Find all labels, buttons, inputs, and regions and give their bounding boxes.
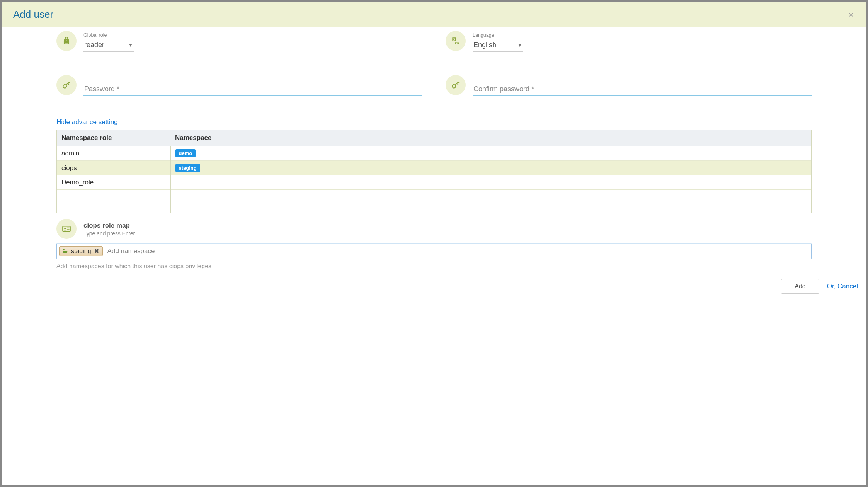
password-input[interactable] [83,83,422,96]
password-field-wrap [56,75,422,96]
add-button[interactable]: Add [781,279,819,294]
add-user-modal: Add user × Global role reader ▼ [2,2,866,485]
remove-tag-icon[interactable]: ✖ [94,248,99,255]
close-icon[interactable]: × [847,9,855,20]
modal-footer: Add Or, Cancel [2,270,866,297]
modal-header: Add user × [2,2,866,27]
language-field: Language English ▼ [446,31,812,52]
language-select[interactable]: English ▼ [473,39,523,52]
namespace-tag-label: staging [71,248,91,255]
table-row[interactable]: admin demo [57,146,811,161]
namespace-badge: demo [175,149,196,157]
svg-point-3 [64,227,66,229]
cell-role: Demo_role [57,175,170,190]
hide-advance-setting-link[interactable]: Hide advance setting [56,118,118,126]
or-text: Or, [827,283,837,290]
key-icon [56,75,77,95]
chevron-down-icon: ▼ [128,43,133,48]
add-namespace-input[interactable] [106,246,809,257]
rolemap-subtitle: Type and press Enter [83,230,135,237]
modal-body: Global role reader ▼ Language E [2,27,866,485]
rolemap-header: ciops role map Type and press Enter [56,219,812,240]
role-icon [56,31,77,51]
namespace-role-table: Namespace role Namespace admin demo ciop… [57,130,811,213]
svg-point-0 [63,85,66,88]
language-label: Language [473,32,523,38]
table-row[interactable]: Demo_role [57,175,811,190]
id-card-icon [56,219,77,239]
chevron-down-icon: ▼ [517,43,522,48]
modal-title: Add user [13,9,53,20]
col-header-namespace[interactable]: Namespace [170,130,811,146]
namespace-tag[interactable]: staging ✖ [59,246,103,256]
key-icon [446,75,466,95]
form-row-role-language: Global role reader ▼ Language E [2,31,866,63]
rolemap-helper-text: Add namespaces for which this user has c… [56,263,812,270]
folder-open-icon [62,248,68,254]
form-row-passwords [2,63,866,107]
svg-rect-5 [67,229,70,230]
global-role-value: reader [84,41,121,49]
namespace-role-table-wrap: Namespace role Namespace admin demo ciop… [56,130,812,213]
global-role-select[interactable]: reader ▼ [83,39,134,52]
namespace-badge: staging [175,164,200,172]
table-row-empty [57,190,811,213]
cancel-link[interactable]: Cancel [837,283,858,290]
svg-rect-4 [67,227,70,228]
col-header-role[interactable]: Namespace role [57,130,170,146]
cell-role: ciops [57,161,170,175]
namespace-tag-input[interactable]: staging ✖ [56,244,812,259]
confirm-password-field-wrap [446,75,812,96]
cell-role: admin [57,146,170,161]
rolemap-title: ciops role map [83,222,135,230]
global-role-field: Global role reader ▼ [56,31,422,52]
cell-namespace: demo [170,146,811,161]
svg-point-1 [452,85,456,88]
confirm-password-input[interactable] [473,83,812,96]
cell-namespace: staging [170,161,811,175]
global-role-label: Global role [83,32,134,38]
or-cancel: Or, Cancel [827,283,858,290]
table-row[interactable]: ciops staging [57,161,811,175]
language-icon [446,31,466,51]
language-value: English [473,41,510,49]
cell-namespace [170,175,811,190]
